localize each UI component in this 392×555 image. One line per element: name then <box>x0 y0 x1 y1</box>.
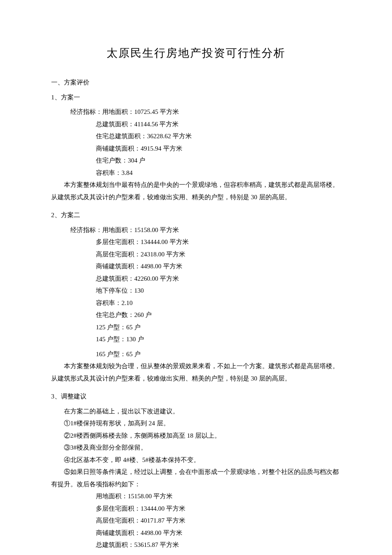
adjusted-metric-total-area: 总建筑面积：53615.87 平方米 <box>96 539 341 551</box>
plan-1-metric-far: 容积率：3.84 <box>96 167 341 179</box>
document-title: 太原民生行房地产投资可行性分析 <box>51 43 341 64</box>
adjustment-item-3: ③3#楼及商业部分全部保留。 <box>51 442 341 454</box>
plan-2-metric-multi-storey: 多层住宅面积：134444.00 平方米 <box>96 236 341 248</box>
adjusted-metric-multi-storey: 多层住宅面积：13444.00 平方米 <box>96 503 341 515</box>
plan-1-metric-total-area: 总建筑面积：41144.56 平方米 <box>96 118 341 131</box>
plan-2-metric-total-area: 总建筑面积：42260.00 平方米 <box>96 273 341 285</box>
adjustment-heading: 3、调整建议 <box>51 390 341 403</box>
adjustment-suggestions: 3、调整建议 在方案二的基础上，提出以下改进建议。 ①1#楼保持现有形状，加高到… <box>51 390 341 551</box>
plan-2: 2、方案二 经济指标：用地面积：15158.00 平方米 多层住宅面积：1344… <box>51 209 341 384</box>
plan-2-metric-type-165: 165 户型：65 户 <box>96 348 341 360</box>
adjusted-metric-commercial: 商铺建筑面积：4498.00 平方米 <box>96 527 341 539</box>
plan-2-metric-land: 经济指标：用地面积：15158.00 平方米 <box>70 224 341 236</box>
plan-2-description: 本方案整体规划较为合理，但从整体的景观效果来看，不如上一个方案。建筑形式都是高层… <box>51 360 341 384</box>
plan-1-metric-commercial-area: 商铺建筑面积：4915.94 平方米 <box>96 142 341 155</box>
plan-1-heading: 1、方案一 <box>51 91 341 104</box>
plan-2-metric-households: 住宅总户数：260 户 <box>96 309 341 321</box>
plan-1: 1、方案一 经济指标：用地面积：10725.45 平方米 总建筑面积：41144… <box>51 91 341 203</box>
plan-1-description: 本方案整体规划当中最有特点的是中央的一个景观绿地，但容积率稍高，建筑形式都是高层… <box>51 179 341 203</box>
adjustment-item-2: ②2#楼西侧两栋楼去除，东侧两栋楼加高至 18 层以上。 <box>51 430 341 442</box>
adjustment-item-4: ④北区基本不变，即 4#楼、5#楼基本保持不变。 <box>51 454 341 466</box>
plan-1-metric-land: 经济指标：用地面积：10725.45 平方米 <box>70 106 341 118</box>
plan-2-metric-type-125: 125 户型：65 户 <box>96 321 341 334</box>
section-1-heading: 一、方案评价 <box>51 76 341 89</box>
adjustment-intro: 在方案二的基础上，提出以下改进建议。 <box>51 405 341 418</box>
plan-2-heading: 2、方案二 <box>51 209 341 221</box>
plan-2-metric-type-145: 145 户型：130 户 <box>96 333 341 346</box>
plan-2-metric-high-rise: 高层住宅面积：24318.00 平方米 <box>96 248 341 261</box>
plan-2-metric-far: 容积率：2.10 <box>96 297 341 309</box>
plan-2-metric-parking: 地下停车位：130 <box>96 285 341 297</box>
adjusted-metric-high-rise: 高层住宅面积：40171.87 平方米 <box>96 514 341 527</box>
adjusted-metric-land: 用地面积：15158.00 平方米 <box>96 490 341 503</box>
plan-1-metric-residential-area: 住宅总建筑面积：36228.62 平方米 <box>96 130 341 142</box>
plan-1-metric-households: 住宅户数：304 户 <box>96 154 341 167</box>
adjustment-item-5: ⑤如果日照等条件满足，经过以上调整，会在中面形成一个景观绿地，对整个社区的品质与… <box>51 466 341 490</box>
adjustment-item-1: ①1#楼保持现有形状，加高到 24 层。 <box>51 417 341 430</box>
plan-2-metric-commercial: 商铺建筑面积：4498.00 平方米 <box>96 260 341 273</box>
